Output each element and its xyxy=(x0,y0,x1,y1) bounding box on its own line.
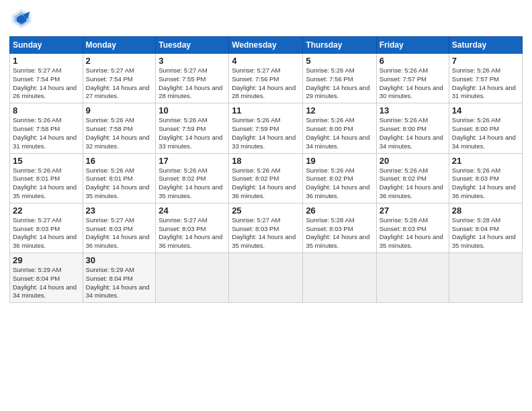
calendar-cell xyxy=(303,253,376,303)
day-number: 6 xyxy=(380,56,446,66)
day-number: 23 xyxy=(86,205,153,216)
day-number: 1 xyxy=(13,56,80,66)
calendar-cell: 24Sunrise: 5:27 AMSunset: 8:03 PMDayligh… xyxy=(156,203,229,253)
calendar-cell: 29Sunrise: 5:29 AMSunset: 8:04 PMDayligh… xyxy=(10,253,83,303)
day-number: 19 xyxy=(306,156,373,166)
day-info: Sunrise: 5:26 AMSunset: 7:58 PMDaylight:… xyxy=(86,116,153,150)
day-info: Sunrise: 5:27 AMSunset: 7:54 PMDaylight:… xyxy=(13,66,80,101)
day-info: Sunrise: 5:26 AMSunset: 8:02 PMDaylight:… xyxy=(159,167,226,201)
day-number: 26 xyxy=(306,205,373,216)
day-number: 28 xyxy=(452,205,519,216)
calendar-cell: 22Sunrise: 5:27 AMSunset: 8:03 PMDayligh… xyxy=(10,203,83,253)
day-number: 3 xyxy=(159,56,226,66)
calendar-cell xyxy=(376,253,449,303)
calendar-cell: 16Sunrise: 5:26 AMSunset: 8:01 PMDayligh… xyxy=(83,153,156,203)
day-number: 16 xyxy=(86,156,153,166)
day-number: 5 xyxy=(306,56,373,66)
logo xyxy=(9,7,36,31)
day-number: 7 xyxy=(452,56,519,66)
day-number: 20 xyxy=(380,156,446,166)
day-number: 4 xyxy=(232,56,300,66)
calendar-cell: 21Sunrise: 5:26 AMSunset: 8:03 PMDayligh… xyxy=(449,153,522,203)
day-info: Sunrise: 5:26 AMSunset: 7:59 PMDaylight:… xyxy=(232,116,300,150)
calendar-cell: 28Sunrise: 5:28 AMSunset: 8:04 PMDayligh… xyxy=(449,203,522,253)
day-number: 8 xyxy=(13,105,80,116)
calendar-cell xyxy=(156,253,229,303)
calendar-cell: 4Sunrise: 5:27 AMSunset: 7:56 PMDaylight… xyxy=(229,54,303,103)
day-number: 30 xyxy=(86,255,153,265)
day-info: Sunrise: 5:27 AMSunset: 7:56 PMDaylight:… xyxy=(232,66,300,101)
day-number: 12 xyxy=(306,105,373,116)
calendar-week-4: 22Sunrise: 5:27 AMSunset: 8:03 PMDayligh… xyxy=(10,203,523,253)
header xyxy=(9,7,523,31)
calendar-cell: 8Sunrise: 5:26 AMSunset: 7:58 PMDaylight… xyxy=(10,103,83,153)
day-info: Sunrise: 5:27 AMSunset: 8:03 PMDaylight:… xyxy=(159,216,226,250)
calendar-cell: 17Sunrise: 5:26 AMSunset: 8:02 PMDayligh… xyxy=(156,153,229,203)
calendar-cell: 9Sunrise: 5:26 AMSunset: 7:58 PMDaylight… xyxy=(83,103,156,153)
logo-icon xyxy=(9,7,34,31)
day-header-wednesday: Wednesday xyxy=(229,37,303,54)
day-number: 15 xyxy=(13,156,80,166)
calendar-cell: 18Sunrise: 5:26 AMSunset: 8:02 PMDayligh… xyxy=(229,153,303,203)
calendar-cell: 12Sunrise: 5:26 AMSunset: 8:00 PMDayligh… xyxy=(303,103,376,153)
day-info: Sunrise: 5:27 AMSunset: 8:03 PMDaylight:… xyxy=(13,216,80,250)
day-info: Sunrise: 5:28 AMSunset: 8:03 PMDaylight:… xyxy=(380,216,446,250)
day-info: Sunrise: 5:26 AMSunset: 8:01 PMDaylight:… xyxy=(86,167,153,201)
calendar-cell: 6Sunrise: 5:26 AMSunset: 7:57 PMDaylight… xyxy=(376,54,449,103)
day-info: Sunrise: 5:26 AMSunset: 7:59 PMDaylight:… xyxy=(159,116,226,150)
main-container: SundayMondayTuesdayWednesdayThursdayFrid… xyxy=(0,0,532,310)
calendar-week-2: 8Sunrise: 5:26 AMSunset: 7:58 PMDaylight… xyxy=(10,103,523,153)
calendar-cell: 10Sunrise: 5:26 AMSunset: 7:59 PMDayligh… xyxy=(156,103,229,153)
calendar-cell xyxy=(449,253,522,303)
day-info: Sunrise: 5:27 AMSunset: 8:03 PMDaylight:… xyxy=(86,216,153,250)
day-info: Sunrise: 5:26 AMSunset: 8:00 PMDaylight:… xyxy=(306,116,373,150)
day-number: 29 xyxy=(13,255,80,265)
day-header-tuesday: Tuesday xyxy=(156,37,229,54)
calendar-cell xyxy=(229,253,303,303)
calendar-cell: 11Sunrise: 5:26 AMSunset: 7:59 PMDayligh… xyxy=(229,103,303,153)
calendar-cell: 23Sunrise: 5:27 AMSunset: 8:03 PMDayligh… xyxy=(83,203,156,253)
calendar-cell: 27Sunrise: 5:28 AMSunset: 8:03 PMDayligh… xyxy=(376,203,449,253)
calendar-cell: 3Sunrise: 5:27 AMSunset: 7:55 PMDaylight… xyxy=(156,54,229,103)
day-info: Sunrise: 5:26 AMSunset: 7:57 PMDaylight:… xyxy=(380,66,446,101)
day-header-thursday: Thursday xyxy=(303,37,376,54)
day-info: Sunrise: 5:28 AMSunset: 8:04 PMDaylight:… xyxy=(452,216,519,250)
day-info: Sunrise: 5:26 AMSunset: 8:00 PMDaylight:… xyxy=(452,116,519,150)
day-number: 24 xyxy=(159,205,226,216)
day-info: Sunrise: 5:29 AMSunset: 8:04 PMDaylight:… xyxy=(86,266,153,300)
day-header-sunday: Sunday xyxy=(10,37,83,54)
calendar-cell: 13Sunrise: 5:26 AMSunset: 8:00 PMDayligh… xyxy=(376,103,449,153)
day-info: Sunrise: 5:26 AMSunset: 8:03 PMDaylight:… xyxy=(452,167,519,201)
day-info: Sunrise: 5:26 AMSunset: 8:02 PMDaylight:… xyxy=(380,167,446,201)
calendar-cell: 26Sunrise: 5:28 AMSunset: 8:03 PMDayligh… xyxy=(303,203,376,253)
calendar-cell: 1Sunrise: 5:27 AMSunset: 7:54 PMDaylight… xyxy=(10,54,83,103)
calendar-cell: 15Sunrise: 5:26 AMSunset: 8:01 PMDayligh… xyxy=(10,153,83,203)
day-info: Sunrise: 5:26 AMSunset: 7:56 PMDaylight:… xyxy=(306,66,373,101)
calendar-week-3: 15Sunrise: 5:26 AMSunset: 8:01 PMDayligh… xyxy=(10,153,523,203)
day-number: 11 xyxy=(232,105,300,116)
day-number: 25 xyxy=(232,205,300,216)
calendar-cell: 2Sunrise: 5:27 AMSunset: 7:54 PMDaylight… xyxy=(83,54,156,103)
calendar-week-1: 1Sunrise: 5:27 AMSunset: 7:54 PMDaylight… xyxy=(10,54,523,103)
day-info: Sunrise: 5:27 AMSunset: 8:03 PMDaylight:… xyxy=(232,216,300,250)
day-info: Sunrise: 5:27 AMSunset: 7:55 PMDaylight:… xyxy=(159,66,226,101)
day-info: Sunrise: 5:26 AMSunset: 8:02 PMDaylight:… xyxy=(232,167,300,201)
day-info: Sunrise: 5:26 AMSunset: 7:58 PMDaylight:… xyxy=(13,116,80,150)
calendar-header-row: SundayMondayTuesdayWednesdayThursdayFrid… xyxy=(10,37,523,54)
day-number: 18 xyxy=(232,156,300,166)
day-number: 27 xyxy=(380,205,446,216)
day-number: 17 xyxy=(159,156,226,166)
calendar-cell: 25Sunrise: 5:27 AMSunset: 8:03 PMDayligh… xyxy=(229,203,303,253)
day-header-monday: Monday xyxy=(83,37,156,54)
day-number: 22 xyxy=(13,205,80,216)
day-info: Sunrise: 5:26 AMSunset: 8:00 PMDaylight:… xyxy=(380,116,446,150)
day-number: 2 xyxy=(86,56,153,66)
day-info: Sunrise: 5:26 AMSunset: 7:57 PMDaylight:… xyxy=(452,66,519,101)
calendar-week-5: 29Sunrise: 5:29 AMSunset: 8:04 PMDayligh… xyxy=(10,253,523,303)
day-info: Sunrise: 5:26 AMSunset: 8:02 PMDaylight:… xyxy=(306,167,373,201)
day-header-friday: Friday xyxy=(376,37,449,54)
day-number: 14 xyxy=(452,105,519,116)
day-info: Sunrise: 5:28 AMSunset: 8:03 PMDaylight:… xyxy=(306,216,373,250)
day-number: 21 xyxy=(452,156,519,166)
calendar-cell: 30Sunrise: 5:29 AMSunset: 8:04 PMDayligh… xyxy=(83,253,156,303)
